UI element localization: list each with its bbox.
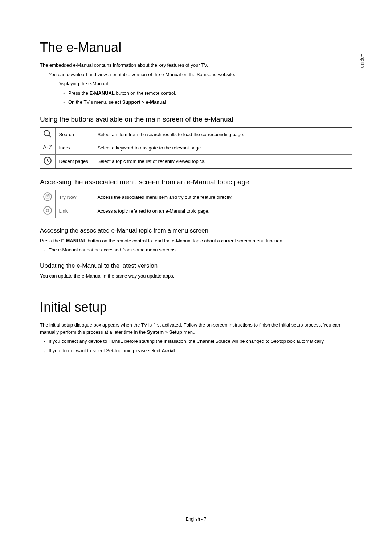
- buttons-table: Search Select an item from the search re…: [40, 127, 352, 169]
- index-icon: A-Z: [40, 141, 55, 154]
- document-page: English The e-Manual The embedded e-Manu…: [0, 0, 392, 542]
- link-icon: [40, 204, 55, 218]
- step-press-button: Press the E-MANUAL button on the remote …: [63, 90, 352, 97]
- initial-setup-paragraph: The initial setup dialogue box appears w…: [40, 321, 352, 336]
- table-row: Search Select an item from the search re…: [40, 127, 352, 141]
- note-list: You can download and view a printable ve…: [40, 71, 352, 106]
- heading-updating: Updating the e-Manual to the latest vers…: [40, 262, 352, 270]
- initial-setup-notes: If you connect any device to HDMI1 befor…: [40, 338, 352, 354]
- intro-paragraph: The embedded e-Manual contains informati…: [40, 62, 352, 69]
- link-desc: Access a topic referred to on an e-Manua…: [94, 204, 352, 218]
- recent-icon: [40, 154, 55, 168]
- link-label: Link: [55, 204, 94, 218]
- recent-desc: Select a topic from the list of recently…: [94, 154, 352, 168]
- svg-point-0: [44, 130, 49, 136]
- search-icon: [40, 127, 55, 141]
- heading-e-manual: The e-Manual: [40, 40, 352, 55]
- from-menu-paragraph: Press the E-MANUAL button on the remote …: [40, 237, 352, 245]
- displaying-steps: Press the E-MANUAL button on the remote …: [49, 90, 352, 106]
- search-desc: Select an item from the search results t…: [94, 127, 352, 141]
- side-language-label: English: [360, 54, 365, 68]
- access-table: Try Now Access the associated menu item …: [40, 190, 352, 218]
- heading-accessing-menu: Accessing the associated menu screen fro…: [40, 178, 352, 186]
- page-footer: English - 7: [0, 517, 392, 522]
- table-row: Recent pages Select a topic from the lis…: [40, 154, 352, 168]
- note-aerial: If you do not want to select Set-top box…: [45, 347, 352, 354]
- from-menu-notes: The e-Manual cannot be accessed from som…: [40, 246, 352, 254]
- heading-initial-setup: Initial setup: [40, 300, 352, 315]
- trynow-desc: Access the associated menu item and try …: [94, 190, 352, 204]
- step-menu-select: On the TV's menu, select Support > e-Man…: [63, 99, 352, 106]
- note-download: You can download and view a printable ve…: [45, 71, 352, 106]
- heading-from-menu: Accessing the associated e-Manual topic …: [40, 227, 352, 234]
- trynow-label: Try Now: [55, 190, 94, 204]
- from-menu-note: The e-Manual cannot be accessed from som…: [45, 246, 352, 254]
- table-row: Link Access a topic referred to on an e-…: [40, 204, 352, 218]
- recent-label: Recent pages: [55, 154, 94, 168]
- note-hdmi: If you connect any device to HDMI1 befor…: [45, 338, 352, 345]
- heading-using-buttons: Using the buttons available on the main …: [40, 115, 352, 123]
- trynow-icon: [40, 190, 55, 204]
- note-text: You can download and view a printable ve…: [49, 72, 235, 77]
- updating-paragraph: You can update the e-Manual in the same …: [40, 272, 352, 280]
- index-desc: Select a keyword to navigate to the rele…: [94, 141, 352, 154]
- table-row: Try Now Access the associated menu item …: [40, 190, 352, 204]
- search-label: Search: [55, 127, 94, 141]
- index-label: Index: [55, 141, 94, 154]
- svg-point-5: [44, 206, 52, 214]
- svg-line-1: [49, 135, 51, 137]
- table-row: A-Z Index Select a keyword to navigate t…: [40, 141, 352, 154]
- displaying-label: Displaying the e-Manual:: [49, 80, 352, 87]
